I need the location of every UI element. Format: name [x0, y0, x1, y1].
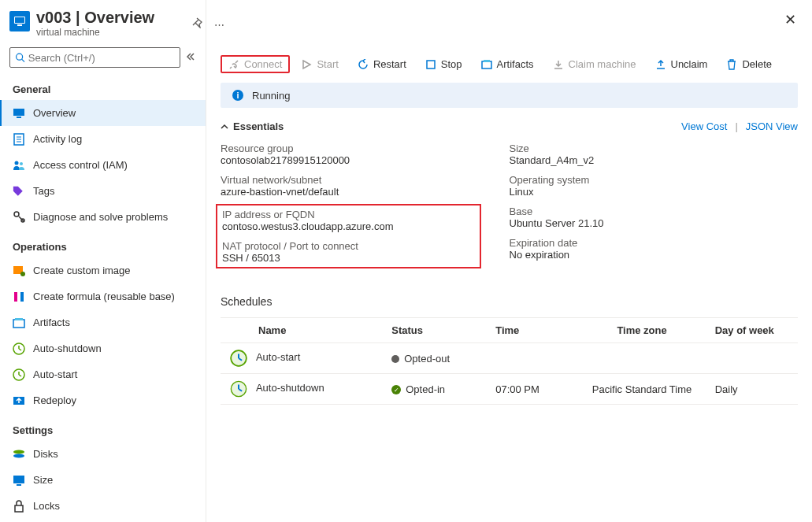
disks-icon — [13, 448, 25, 461]
stop-button[interactable]: Stop — [417, 55, 470, 73]
sidebar-item-label: Size — [33, 474, 53, 486]
toolbar-label: Artifacts — [497, 58, 534, 70]
col-timezone: Time zone — [578, 318, 705, 343]
chevron-up-icon — [221, 123, 228, 131]
sidebar-item-auto-shutdown[interactable]: Auto-shutdown — [0, 335, 206, 361]
sidebar-item-formula[interactable]: Create formula (reusable base) — [0, 283, 206, 309]
essentials-heading: Essentials — [233, 120, 284, 132]
toolbar-label: Delete — [742, 58, 772, 70]
col-name: Name — [221, 318, 382, 343]
activity-log-icon — [13, 133, 25, 146]
search-icon — [15, 52, 25, 63]
json-view-link[interactable]: JSON View — [746, 120, 798, 132]
svg-rect-6 — [17, 117, 21, 118]
schedules-table: Name Status Time Time zone Day of week A… — [221, 317, 798, 405]
custom-image-icon — [13, 265, 25, 277]
row-time: 07:00 PM — [486, 374, 578, 405]
resource-group-value[interactable]: contosolab21789915120000 — [221, 154, 510, 166]
svg-rect-2 — [17, 24, 22, 26]
svg-point-17 — [20, 272, 25, 276]
nav-heading-settings: Settings — [0, 420, 206, 441]
row-name: Auto-start — [256, 351, 300, 363]
svg-point-13 — [14, 212, 19, 217]
vnet-label: Virtual network/subnet — [221, 174, 510, 186]
svg-point-11 — [15, 161, 19, 165]
nav-heading-general: General — [0, 79, 206, 100]
svg-point-29 — [13, 450, 24, 454]
sidebar-item-redeploy[interactable]: Redeploy — [0, 387, 206, 413]
sidebar-item-activity-log[interactable]: Activity log — [0, 126, 206, 152]
search-input[interactable] — [28, 52, 175, 64]
status-text: Running — [252, 90, 290, 102]
sidebar-item-size[interactable]: Size — [0, 467, 206, 493]
svg-rect-34 — [427, 61, 435, 68]
vnet-value[interactable]: azure-bastion-vnet/default — [221, 186, 510, 198]
toolbar-label: Unclaim — [671, 58, 708, 70]
claim-button[interactable]: Claim machine — [545, 55, 644, 73]
svg-rect-35 — [482, 61, 491, 68]
sidebar-item-label: Disks — [33, 448, 58, 460]
connect-button[interactable]: Connect — [221, 55, 290, 73]
sidebar-item-label: Artifacts — [33, 317, 70, 328]
view-cost-link[interactable]: View Cost — [681, 120, 727, 132]
sidebar-item-label: Auto-shutdown — [33, 342, 102, 354]
table-row[interactable]: Auto-start Opted-out — [221, 343, 798, 374]
restart-icon — [358, 59, 369, 70]
delete-button[interactable]: Delete — [718, 55, 780, 73]
size-value: Standard_A4m_v2 — [510, 154, 799, 166]
collapse-sidebar-button[interactable] — [184, 50, 196, 65]
svg-text:i: i — [236, 91, 239, 100]
svg-rect-1 — [15, 17, 24, 23]
svg-rect-32 — [17, 484, 21, 486]
clock-icon — [230, 380, 247, 398]
highlighted-connection-info: IP address or FQDN contoso.westus3.cloud… — [216, 204, 481, 268]
close-button[interactable]: ✕ — [784, 11, 796, 28]
sidebar-item-label: Auto-start — [33, 368, 77, 380]
people-icon — [13, 159, 25, 172]
base-label: Base — [510, 205, 799, 217]
essentials-toggle[interactable]: Essentials — [221, 120, 284, 132]
svg-rect-21 — [15, 318, 23, 320]
row-status: Opted-out — [404, 353, 450, 365]
resource-group-label: Resource group — [221, 143, 510, 154]
info-icon: i — [232, 89, 244, 102]
svg-point-3 — [17, 54, 23, 60]
col-status: Status — [382, 318, 486, 343]
svg-line-24 — [19, 349, 21, 350]
sidebar-item-tags[interactable]: Tags — [0, 178, 206, 204]
toolbar-label: Stop — [441, 58, 462, 70]
restart-button[interactable]: Restart — [350, 55, 414, 73]
sidebar-item-label: Activity log — [33, 133, 82, 145]
sidebar-item-locks[interactable]: Locks — [0, 493, 206, 519]
sidebar-item-disks[interactable]: Disks — [0, 441, 206, 467]
sidebar-item-label: Tags — [33, 185, 54, 197]
search-input-container[interactable] — [9, 47, 180, 68]
stop-icon — [425, 59, 436, 70]
sidebar-item-diagnose[interactable]: Diagnose and solve problems — [0, 204, 206, 230]
formula-icon — [13, 291, 25, 303]
connect-icon — [228, 59, 239, 70]
sidebar-item-label: Overview — [33, 107, 76, 119]
sidebar-item-artifacts[interactable]: Artifacts — [0, 309, 206, 335]
os-label: Operating system — [510, 174, 799, 186]
sidebar-item-overview[interactable]: Overview — [0, 100, 206, 126]
start-button[interactable]: Start — [293, 55, 346, 73]
sidebar-item-access-control[interactable]: Access control (IAM) — [0, 152, 206, 178]
toolbar-label: Restart — [373, 58, 406, 70]
size-label: Size — [510, 143, 799, 154]
more-icon[interactable]: ⋯ — [209, 14, 229, 35]
svg-rect-20 — [13, 320, 24, 328]
unclaim-button[interactable]: Unclaim — [647, 55, 716, 73]
table-row[interactable]: Auto-shutdown ✓Opted-in 07:00 PM Pacific… — [221, 374, 798, 405]
sidebar-item-custom-image[interactable]: Create custom image — [0, 257, 206, 283]
monitor-icon — [13, 107, 25, 120]
row-timezone — [578, 343, 705, 374]
sidebar-item-auto-start[interactable]: Auto-start — [0, 361, 206, 387]
upload-icon — [655, 59, 666, 70]
artifacts-button[interactable]: Artifacts — [473, 55, 542, 73]
row-name: Auto-shutdown — [256, 382, 324, 394]
row-status: Opted-in — [406, 383, 445, 395]
pin-icon[interactable] — [187, 13, 208, 35]
os-value: Linux — [510, 186, 799, 198]
svg-point-12 — [20, 162, 23, 165]
